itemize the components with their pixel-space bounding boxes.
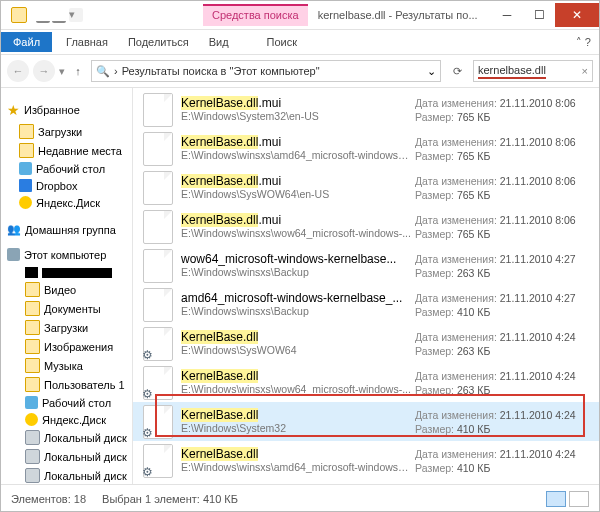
status-bar: Элементов: 18 Выбран 1 элемент: 410 КБ bbox=[1, 484, 599, 512]
redacted-icon bbox=[25, 267, 38, 278]
search-input[interactable]: kernelbase.dll × bbox=[473, 60, 593, 82]
search-location-icon: 🔍 bbox=[96, 65, 110, 78]
computer-icon bbox=[7, 248, 20, 261]
refresh-button[interactable]: ⟳ bbox=[445, 65, 469, 78]
file-icon bbox=[143, 171, 173, 205]
file-meta: Дата изменения: 21.11.2010 4:24Размер: 4… bbox=[415, 408, 593, 436]
file-tab[interactable]: Файл bbox=[1, 32, 52, 52]
tab-share[interactable]: Поделиться bbox=[118, 32, 199, 52]
qat-icon[interactable] bbox=[52, 7, 66, 23]
folder-icon bbox=[25, 339, 40, 354]
app-icon bbox=[11, 7, 27, 23]
minimize-button[interactable]: ─ bbox=[491, 3, 523, 27]
folder-icon bbox=[25, 377, 40, 392]
file-meta: Дата изменения: 21.11.2010 4:27Размер: 4… bbox=[415, 291, 593, 319]
result-row[interactable]: KernelBase.dllE:\Windows\winsxs\amd64_mi… bbox=[133, 441, 599, 480]
desktop-icon bbox=[19, 162, 32, 175]
navigation-pane[interactable]: ★Избранное Загрузки Недавние места Рабоч… bbox=[1, 88, 133, 484]
breadcrumb[interactable]: Результаты поиска в "Этот компьютер" bbox=[122, 65, 320, 77]
help-icon[interactable]: ˄ ? bbox=[568, 36, 599, 49]
yandex-icon bbox=[25, 413, 38, 426]
result-row[interactable]: KernelBase.dllE:\Windows\winsxs\wow64_mi… bbox=[133, 363, 599, 402]
folder-icon bbox=[25, 358, 40, 373]
dropbox-icon bbox=[19, 179, 32, 192]
window-title: kernelbase.dll - Результаты по... bbox=[318, 9, 478, 21]
file-path: E:\Windows\winsxs\amd64_microsoft-window… bbox=[181, 461, 411, 474]
folder-icon bbox=[25, 320, 40, 335]
forward-button[interactable]: → bbox=[33, 60, 55, 82]
result-row[interactable]: KernelBase.dllE:\Windows\SysWOW64Дата из… bbox=[133, 324, 599, 363]
file-path: E:\Windows\winsxs\Backup bbox=[181, 266, 411, 279]
sidebar-item[interactable]: Недавние места bbox=[38, 145, 122, 157]
sidebar-item[interactable]: Локальный диск bbox=[44, 470, 127, 482]
back-button[interactable]: ← bbox=[7, 60, 29, 82]
search-results[interactable]: KernelBase.dll.muiE:\Windows\System32\en… bbox=[133, 88, 599, 484]
sidebar-item[interactable]: Dropbox bbox=[36, 180, 78, 192]
file-name: wow64_microsoft-windows-kernelbase... bbox=[181, 253, 415, 266]
file-meta: Дата изменения: 21.11.2010 8:06Размер: 7… bbox=[415, 213, 593, 241]
homegroup-header[interactable]: Домашняя группа bbox=[25, 224, 116, 236]
sidebar-item[interactable]: Загрузки bbox=[38, 126, 82, 138]
result-row[interactable]: amd64_microsoft-windows-kernelbase_...E:… bbox=[133, 285, 599, 324]
file-icon bbox=[143, 93, 173, 127]
result-row[interactable]: wow64_microsoft-windows-kernelbase...E:\… bbox=[133, 246, 599, 285]
file-meta: Дата изменения: 21.11.2010 8:06Размер: 7… bbox=[415, 174, 593, 202]
search-tools-context-tab[interactable]: Средства поиска bbox=[203, 4, 308, 26]
star-icon: ★ bbox=[7, 102, 20, 118]
clear-search-icon[interactable]: × bbox=[582, 65, 588, 77]
file-path: E:\Windows\SysWOW64\en-US bbox=[181, 188, 411, 201]
tab-search[interactable]: Поиск bbox=[257, 32, 307, 52]
result-row[interactable]: KernelBase.dll.muiE:\Windows\winsxs\amd6… bbox=[133, 129, 599, 168]
file-path: E:\Windows\SysWOW64 bbox=[181, 344, 411, 357]
history-dropdown-icon[interactable]: ▾ bbox=[59, 65, 65, 78]
folder-icon bbox=[19, 124, 34, 139]
file-icon bbox=[143, 366, 173, 400]
sidebar-item[interactable]: Рабочий стол bbox=[36, 163, 105, 175]
breadcrumb-dropdown-icon[interactable]: ⌄ bbox=[427, 65, 436, 78]
redacted-item[interactable] bbox=[42, 268, 112, 278]
sidebar-item[interactable]: Документы bbox=[44, 303, 101, 315]
qat-icon[interactable] bbox=[36, 7, 50, 23]
sidebar-item[interactable]: Изображения bbox=[44, 341, 113, 353]
large-icons-view-button[interactable] bbox=[569, 491, 589, 507]
drive-icon bbox=[25, 468, 40, 483]
sidebar-item[interactable]: Локальный диск bbox=[44, 432, 127, 444]
favorites-header[interactable]: Избранное bbox=[24, 104, 80, 116]
tab-home[interactable]: Главная bbox=[56, 32, 118, 52]
file-path: E:\Windows\winsxs\Backup bbox=[181, 305, 411, 318]
file-meta: Дата изменения: 21.11.2010 8:06Размер: 7… bbox=[415, 135, 593, 163]
details-view-button[interactable] bbox=[546, 491, 566, 507]
address-bar[interactable]: 🔍 › Результаты поиска в "Этот компьютер"… bbox=[91, 60, 441, 82]
sidebar-item[interactable]: Яндекс.Диск bbox=[42, 414, 106, 426]
up-button[interactable]: ↑ bbox=[69, 62, 87, 80]
file-path: E:\Windows\winsxs\wow64_microsoft-window… bbox=[181, 383, 411, 396]
sidebar-item[interactable]: Пользователь 1 bbox=[44, 379, 125, 391]
file-name: KernelBase.dll.mui bbox=[181, 97, 415, 110]
desktop-icon bbox=[25, 396, 38, 409]
sidebar-item[interactable]: Яндекс.Диск bbox=[36, 197, 100, 209]
file-icon bbox=[143, 249, 173, 283]
file-icon bbox=[143, 405, 173, 439]
result-row[interactable]: KernelBase.dllE:\Windows\System32Дата из… bbox=[133, 402, 599, 441]
ribbon-tabs: Файл Главная Поделиться Вид Поиск ˄ ? bbox=[1, 30, 599, 55]
sidebar-item[interactable]: Локальный диск bbox=[44, 451, 127, 463]
result-row[interactable]: KernelBase.dll.muiE:\Windows\winsxs\wow6… bbox=[133, 207, 599, 246]
file-meta: Дата изменения: 21.11.2010 8:06Размер: 7… bbox=[415, 96, 593, 124]
sidebar-item[interactable]: Рабочий стол bbox=[42, 397, 111, 409]
result-row[interactable]: KernelBase.dll.muiE:\Windows\System32\en… bbox=[133, 90, 599, 129]
this-pc-header[interactable]: Этот компьютер bbox=[24, 249, 106, 261]
homegroup-icon: 👥 bbox=[7, 223, 21, 236]
file-icon bbox=[143, 288, 173, 322]
folder-icon bbox=[25, 282, 40, 297]
file-name: KernelBase.dll bbox=[181, 331, 415, 344]
close-button[interactable]: ✕ bbox=[555, 3, 599, 27]
tab-view[interactable]: Вид bbox=[199, 32, 239, 52]
sidebar-item[interactable]: Видео bbox=[44, 284, 76, 296]
result-row[interactable]: KernelBase.dll.muiE:\Windows\SysWOW64\en… bbox=[133, 168, 599, 207]
file-path: E:\Windows\System32 bbox=[181, 422, 411, 435]
file-name: KernelBase.dll bbox=[181, 448, 415, 461]
maximize-button[interactable]: ☐ bbox=[523, 3, 555, 27]
sidebar-item[interactable]: Музыка bbox=[44, 360, 83, 372]
drive-icon bbox=[25, 449, 40, 464]
sidebar-item[interactable]: Загрузки bbox=[44, 322, 88, 334]
